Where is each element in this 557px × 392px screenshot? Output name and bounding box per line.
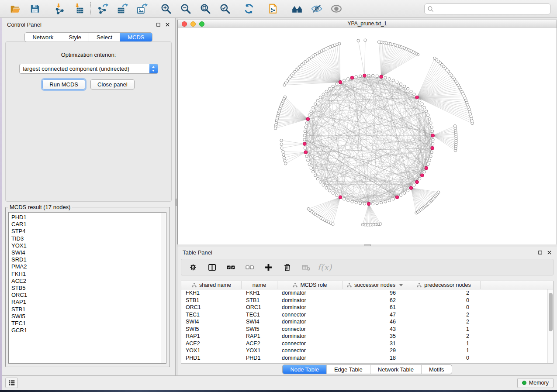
network-document-share-button[interactable]: [267, 3, 279, 15]
mcds-result-item[interactable]: STP4: [9, 228, 166, 235]
float-table-panel-icon[interactable]: [538, 250, 543, 255]
column-header-name[interactable]: name: [242, 281, 277, 289]
mcds-result-item[interactable]: SRD1: [9, 256, 166, 263]
mcds-result-item[interactable]: ACE2: [9, 278, 166, 285]
cell-shared-name: STB1: [181, 297, 242, 303]
table-settings-button[interactable]: [188, 262, 198, 272]
mcds-list-scrollbar[interactable]: [161, 213, 166, 363]
network-search-box[interactable]: [424, 3, 551, 14]
table-scrollbar-thumb[interactable]: [549, 293, 553, 331]
zoom-out-button[interactable]: [180, 3, 192, 15]
table-row[interactable]: ORC1ORC1dominator610: [181, 304, 553, 311]
delete-selected-button[interactable]: [282, 262, 292, 272]
cell-name: ORC1: [242, 304, 277, 310]
mcds-result-item[interactable]: ORC1: [9, 292, 166, 299]
zoom-fit-button[interactable]: [199, 3, 211, 15]
add-column-button[interactable]: [263, 262, 273, 272]
export-table-button[interactable]: [116, 3, 128, 15]
mcds-result-item[interactable]: PHD1: [9, 214, 166, 221]
network-canvas[interactable]: [178, 28, 557, 244]
export-network-button[interactable]: [97, 3, 109, 15]
search-network-button[interactable]: [291, 3, 303, 15]
memory-button[interactable]: Memory: [517, 378, 554, 388]
mcds-result-item[interactable]: RAP1: [9, 299, 166, 306]
vertical-splitter-handle[interactable]: [176, 199, 177, 206]
toggle-graphics-details-button[interactable]: [311, 3, 323, 15]
table-row[interactable]: YOX1YOX1connector291: [181, 347, 553, 354]
tab-network[interactable]: Network: [25, 33, 61, 41]
table-tabs: Node TableEdge TableNetwork TableMotifs: [177, 364, 557, 374]
mcds-result-item[interactable]: STB5: [9, 285, 166, 292]
table-row[interactable]: SWI4SWI4dominator462: [181, 318, 553, 326]
table-row[interactable]: ACE2ACE2connector311: [181, 340, 553, 347]
cell-predecessor-nodes: 2: [407, 290, 481, 296]
run-mcds-button[interactable]: Run MCDS: [42, 79, 85, 89]
column-header-MCDS-role[interactable]: MCDS role: [277, 281, 343, 289]
column-header-shared-name[interactable]: shared name: [181, 281, 242, 289]
tree-column-icon: [416, 282, 422, 288]
table-tab-motifs[interactable]: Motifs: [421, 365, 452, 374]
tab-style[interactable]: Style: [61, 33, 89, 41]
mcds-result-item[interactable]: GCR1: [9, 327, 166, 334]
table-tab-network-table[interactable]: Network Table: [370, 365, 421, 374]
export-image-button[interactable]: [136, 3, 148, 15]
table-row[interactable]: TEC1TEC1connector472: [181, 311, 553, 319]
mcds-result-item[interactable]: SWI4: [9, 249, 166, 256]
refresh-button[interactable]: [243, 3, 255, 15]
horizontal-splitter-handle[interactable]: [364, 244, 371, 246]
table-tab-edge-table[interactable]: Edge Table: [326, 365, 370, 374]
table-row[interactable]: FKH1FKH1dominator962: [181, 289, 553, 297]
table-scrollbar[interactable]: [547, 289, 553, 363]
mcds-result-item[interactable]: YOX1: [9, 242, 166, 249]
cell-shared-name: PHD1: [181, 355, 242, 361]
mcds-result-item[interactable]: PMA2: [9, 263, 166, 270]
table-row[interactable]: PHD1PHD1dominator180: [181, 354, 553, 362]
memory-status-dot: [522, 381, 526, 385]
show-graphics-details-button[interactable]: [330, 3, 343, 15]
toggle-panel-split-button[interactable]: [207, 262, 217, 272]
table-tab-node-table[interactable]: Node Table: [283, 365, 326, 374]
deselect-all-rows-icon: [245, 263, 254, 272]
tab-mcds[interactable]: MCDS: [120, 33, 152, 41]
column-header-successor-nodes[interactable]: successor nodes: [343, 281, 407, 289]
cell-name: SWI4: [242, 319, 277, 325]
mcds-result-item[interactable]: TID3: [9, 235, 166, 242]
mcds-result-item[interactable]: FKH1: [9, 271, 166, 278]
tab-select[interactable]: Select: [89, 33, 120, 41]
search-input[interactable]: [434, 6, 548, 12]
zoom-in-button[interactable]: [160, 3, 172, 15]
zoom-traffic-light[interactable]: [199, 21, 204, 27]
close-panel-icon[interactable]: [165, 22, 170, 27]
close-traffic-light[interactable]: [182, 21, 187, 27]
float-panel-icon[interactable]: [156, 22, 161, 27]
mcds-result-item[interactable]: SWI5: [9, 313, 166, 320]
mcds-result-item[interactable]: CAR1: [9, 221, 166, 228]
deselect-all-rows-button[interactable]: [244, 262, 255, 272]
import-table-button[interactable]: [73, 3, 85, 15]
close-panel-button[interactable]: Close panel: [90, 79, 135, 89]
criterion-dropdown[interactable]: largest connected component (undirected): [19, 64, 158, 74]
cell-name: TEC1: [242, 312, 277, 318]
open-session-button[interactable]: [9, 3, 21, 15]
delete-selected-icon: [283, 263, 292, 272]
delete-table-button: [301, 262, 311, 272]
tree-column-icon: [346, 282, 352, 288]
mcds-result-item[interactable]: TEC1: [9, 320, 166, 327]
table-row[interactable]: RAP1RAP1dominator352: [181, 333, 553, 340]
table-row[interactable]: STB1STB1dominator620: [181, 297, 553, 304]
import-network-button[interactable]: [53, 3, 65, 15]
cell-predecessor-nodes: 2: [407, 333, 481, 339]
zoom-selected-button[interactable]: [219, 3, 231, 15]
tree-column-icon: [292, 282, 298, 288]
select-all-rows-button[interactable]: [225, 262, 236, 272]
column-header-predecessor-nodes[interactable]: predecessor nodes: [407, 281, 481, 289]
mcds-result-item[interactable]: STB1: [9, 306, 166, 313]
task-history-button[interactable]: [5, 378, 18, 388]
zoom-fit-icon: [200, 3, 211, 14]
close-table-panel-icon[interactable]: [547, 250, 552, 255]
save-session-button[interactable]: [29, 3, 41, 15]
cell-MCDS-role: dominator: [277, 304, 343, 310]
control-panel-titlebar: Control Panel: [2, 18, 175, 31]
table-row[interactable]: SWI5SWI5connector431: [181, 326, 553, 333]
minimize-traffic-light[interactable]: [190, 21, 196, 27]
